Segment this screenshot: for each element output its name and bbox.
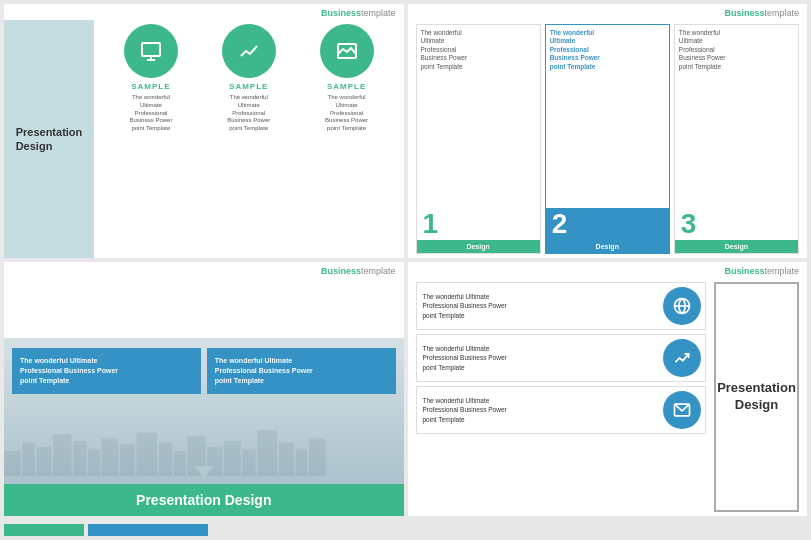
slide3-header: Business template bbox=[4, 262, 404, 278]
slide4-side-panel: PresentationDesign bbox=[714, 282, 799, 512]
feature-icon-3 bbox=[663, 391, 701, 429]
chart-icon bbox=[237, 39, 261, 63]
slide3-template-label: template bbox=[361, 266, 396, 276]
svg-rect-0 bbox=[142, 43, 160, 56]
bottom-bar-teal bbox=[4, 524, 84, 536]
globe-icon bbox=[672, 296, 692, 316]
col3-design: Design bbox=[675, 240, 798, 253]
circle-2 bbox=[222, 24, 276, 78]
slide1-template-label: template bbox=[361, 8, 396, 18]
col1-design: Design bbox=[417, 240, 540, 253]
col2-design: Design bbox=[546, 240, 669, 253]
slide1-left-panel: PresentationDesign bbox=[4, 20, 94, 258]
trending-up-icon bbox=[672, 348, 692, 368]
feature-text-3: The wonderful UltimateProfessional Busin… bbox=[417, 387, 660, 433]
arrow-down-container bbox=[12, 466, 396, 478]
circle-item-2: SAMPLE The wonderfulUltimateProfessional… bbox=[209, 24, 289, 133]
slide4-side-title: PresentationDesign bbox=[717, 380, 796, 414]
col2-number: 2 bbox=[546, 208, 669, 240]
slide3-business-label: Business bbox=[321, 266, 361, 276]
circle-item-1: SAMPLE The wonderfulUltimateProfessional… bbox=[111, 24, 191, 133]
slide3-body: The wonderful UltimateProfessional Busin… bbox=[4, 278, 404, 484]
sample-label-1: SAMPLE bbox=[131, 82, 170, 91]
bottom-bar-blue bbox=[88, 524, 208, 536]
slide-3: Business template bbox=[4, 262, 404, 516]
monitor-icon bbox=[139, 39, 163, 63]
feature-icon-1 bbox=[663, 287, 701, 325]
slide3-banner: Presentation Design bbox=[4, 484, 404, 516]
feature-row-1: The wonderful UltimateProfessional Busin… bbox=[416, 282, 707, 330]
col-2: The wonderfulUltimateProfessionalBusines… bbox=[545, 24, 670, 254]
col1-text: The wonderfulUltimateProfessionalBusines… bbox=[417, 25, 540, 208]
col2-text: The wonderfulUltimateProfessionalBusines… bbox=[546, 25, 669, 208]
sample-text-1: The wonderfulUltimateProfessionalBusines… bbox=[129, 94, 172, 133]
sample-label-2: SAMPLE bbox=[229, 82, 268, 91]
bottom-bar bbox=[0, 520, 811, 540]
slide1-header: Business template bbox=[4, 4, 404, 20]
slide4-template-label: template bbox=[764, 266, 799, 276]
slide-2: Business template The wonderfulUltimateP… bbox=[408, 4, 808, 258]
image-icon bbox=[335, 39, 359, 63]
sample-text-3: The wonderfulUltimateProfessionalBusines… bbox=[325, 94, 368, 133]
textbox-2: The wonderful UltimateProfessional Busin… bbox=[207, 348, 396, 393]
slide1-right-panel: SAMPLE The wonderfulUltimateProfessional… bbox=[94, 20, 404, 258]
slide1-body: PresentationDesign SAMPLE The wond bbox=[4, 20, 404, 258]
feature-text-2: The wonderful UltimateProfessional Busin… bbox=[417, 335, 660, 381]
arrow-down-icon bbox=[194, 466, 214, 478]
slide1-title: PresentationDesign bbox=[16, 125, 83, 154]
slide2-template-label: template bbox=[764, 8, 799, 18]
slide4-body: The wonderful UltimateProfessional Busin… bbox=[408, 278, 808, 516]
circles-row: SAMPLE The wonderfulUltimateProfessional… bbox=[102, 24, 396, 133]
slide-1: Business template PresentationDesign bbox=[4, 4, 404, 258]
slide4-header: Business template bbox=[408, 262, 808, 278]
slide1-business-label: Business bbox=[321, 8, 361, 18]
col3-number: 3 bbox=[675, 208, 798, 240]
feature-icon-2 bbox=[663, 339, 701, 377]
circle-item-3: SAMPLE The wonderfulUltimateProfessional… bbox=[307, 24, 387, 133]
feature-row-3: The wonderful UltimateProfessional Busin… bbox=[416, 386, 707, 434]
slide4-business-label: Business bbox=[724, 266, 764, 276]
slide2-business-label: Business bbox=[724, 8, 764, 18]
features-list: The wonderful UltimateProfessional Busin… bbox=[416, 282, 707, 512]
slide2-header: Business template bbox=[408, 4, 808, 20]
slide-4: Business template The wonderful Ultimate… bbox=[408, 262, 808, 516]
feature-text-1: The wonderful UltimateProfessional Busin… bbox=[417, 283, 660, 329]
circle-1 bbox=[124, 24, 178, 78]
col3-text: The wonderfulUltimateProfessionalBusines… bbox=[675, 25, 798, 208]
sample-text-2: The wonderfulUltimateProfessionalBusines… bbox=[227, 94, 270, 133]
slide2-body: The wonderfulUltimateProfessionalBusines… bbox=[408, 20, 808, 258]
text-boxes-row: The wonderful UltimateProfessional Busin… bbox=[12, 282, 396, 460]
circle-3 bbox=[320, 24, 374, 78]
sample-label-3: SAMPLE bbox=[327, 82, 366, 91]
feature-row-2: The wonderful UltimateProfessional Busin… bbox=[416, 334, 707, 382]
slides-grid: Business template PresentationDesign bbox=[0, 0, 811, 520]
col-3: The wonderfulUltimateProfessionalBusines… bbox=[674, 24, 799, 254]
col-1: The wonderfulUltimateProfessionalBusines… bbox=[416, 24, 541, 254]
mail-icon bbox=[672, 400, 692, 420]
textbox-1: The wonderful UltimateProfessional Busin… bbox=[12, 348, 201, 393]
col1-number: 1 bbox=[417, 208, 540, 240]
